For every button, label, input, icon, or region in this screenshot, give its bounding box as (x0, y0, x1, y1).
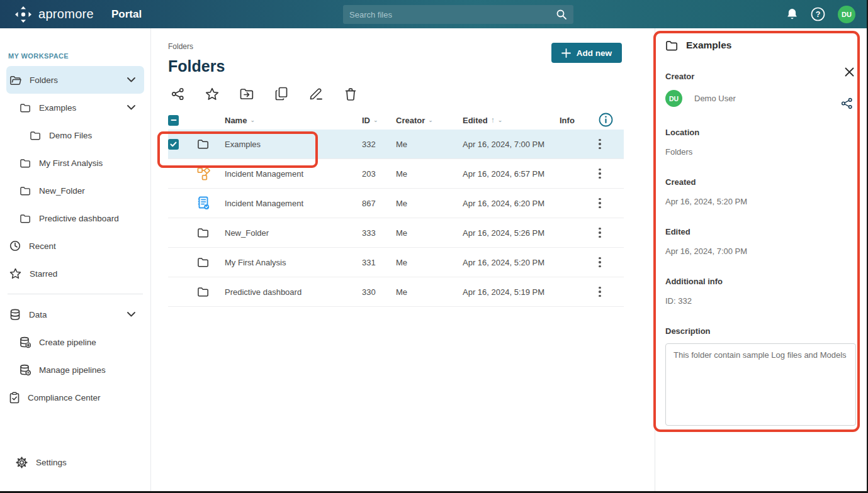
cell-name[interactable]: Examples (225, 140, 362, 149)
sort-chevron-icon: ⌄ (250, 117, 255, 123)
table-row-my-first-analysis[interactable]: My First Analysis 331 Me Apr 16, 2024, 5… (168, 248, 624, 277)
description-label: Description (665, 326, 857, 336)
edited-value: Apr 16, 2024, 7:00 PM (665, 246, 857, 256)
clipboard-check-icon (9, 392, 20, 404)
sidebar-item-new-folder[interactable]: New_Folder (6, 177, 144, 204)
sidebar-item-label: Folders (30, 75, 58, 85)
apromore-logo[interactable]: apromore (14, 5, 94, 24)
delete-button[interactable] (341, 84, 360, 103)
sidebar-item-manage-pipelines[interactable]: Manage pipelines (6, 356, 144, 384)
table-row-examples[interactable]: Examples 332 Me Apr 16, 2024, 7:00 PM (168, 130, 624, 159)
sidebar-item-demo-files[interactable]: Demo Files (6, 121, 144, 149)
sidebar-item-predictive-dashboard[interactable]: Predictive dashboard (6, 204, 144, 232)
table-row-predictive-dashboard[interactable]: Predictive dashboard 330 Me Apr 16, 2024… (168, 277, 624, 307)
row-menu-button[interactable] (592, 257, 607, 268)
search-icon[interactable] (556, 9, 567, 20)
chevron-down-icon[interactable] (127, 77, 135, 82)
column-header-edited[interactable]: Edited↑⌄ (463, 116, 560, 125)
cell-id: 331 (362, 258, 396, 267)
search-bar[interactable] (343, 5, 573, 24)
help-icon[interactable]: ? (811, 7, 825, 21)
sort-ascending-icon: ↑ (491, 116, 495, 125)
column-header-name[interactable]: Name⌄ (225, 116, 362, 125)
description-field[interactable]: This folder contain sample Log files and… (665, 343, 856, 426)
sidebar-item-settings[interactable]: Settings (13, 448, 138, 476)
close-panel-button[interactable] (845, 67, 854, 77)
cell-name[interactable]: My First Analysis (225, 258, 362, 267)
panel-header: Examples (665, 40, 857, 51)
sidebar-item-label: Manage pipelines (39, 365, 106, 375)
sidebar-item-label: Recent (29, 241, 56, 251)
sidebar-item-label: Create pipeline (39, 338, 96, 347)
sidebar-item-my-first-analysis[interactable]: My First Analysis (6, 149, 144, 177)
column-header-id[interactable]: ID⌄ (362, 116, 396, 125)
app-window: apromore Portal ? DU MY WORKSPACE (0, 0, 868, 493)
panel-title: Examples (686, 40, 731, 51)
copy-button[interactable] (272, 84, 291, 103)
folder-icon (20, 103, 31, 113)
row-menu-button[interactable] (592, 228, 607, 238)
sidebar-item-data[interactable]: Data (6, 301, 144, 328)
cell-name[interactable]: Incident Management (225, 199, 362, 208)
sidebar-divider (8, 294, 143, 294)
cell-creator: Me (396, 228, 463, 238)
cell-id: 203 (362, 169, 396, 179)
cell-name[interactable]: New_Folder (225, 228, 362, 238)
additional-info-label: Additional info (665, 277, 857, 286)
table-row-incident-management-log[interactable]: Incident Management 867 Me Apr 16, 2024,… (168, 189, 624, 218)
sort-chevron-icon: ⌄ (428, 117, 433, 123)
selection-toolbar (168, 84, 655, 103)
cell-creator: Me (396, 199, 463, 208)
search-input[interactable] (349, 10, 556, 19)
move-to-folder-button[interactable] (237, 84, 256, 103)
sidebar-item-create-pipeline[interactable]: Create pipeline (6, 328, 144, 356)
row-menu-button[interactable] (592, 198, 607, 209)
cell-creator: Me (396, 287, 463, 297)
row-menu-button[interactable] (592, 287, 607, 297)
cell-id: 333 (362, 228, 396, 238)
chevron-down-icon[interactable] (127, 312, 135, 317)
star-button[interactable] (203, 84, 222, 103)
cell-edited: Apr 16, 2024, 6:20 PM (463, 199, 560, 208)
cell-name[interactable]: Incident Management (225, 169, 362, 179)
user-avatar[interactable]: DU (838, 6, 855, 23)
files-table: Name⌄ ID⌄ Creator⌄ Edited↑⌄ Info (168, 111, 624, 307)
cell-id: 867 (362, 199, 396, 208)
row-menu-button[interactable] (592, 139, 607, 150)
table-row-new-folder[interactable]: New_Folder 333 Me Apr 16, 2024, 5:26 PM (168, 218, 624, 248)
topbar-actions: ? DU (786, 0, 855, 28)
copy-icon (275, 87, 288, 101)
sidebar-item-starred[interactable]: Starred (6, 260, 144, 287)
select-all-checkbox[interactable] (168, 115, 179, 126)
column-header-creator[interactable]: Creator⌄ (396, 116, 463, 125)
info-button[interactable] (599, 113, 613, 127)
database-icon (9, 309, 21, 321)
chevron-down-icon[interactable] (127, 105, 135, 110)
creator-avatar: DU (665, 90, 682, 107)
table-row-incident-management-model[interactable]: Incident Management 203 Me Apr 16, 2024,… (168, 159, 624, 189)
sidebar-item-compliance-center[interactable]: Compliance Center (6, 384, 144, 411)
svg-text:?: ? (816, 10, 821, 19)
add-new-button[interactable]: Add new (551, 43, 622, 63)
star-icon (205, 87, 219, 101)
share-button[interactable] (168, 84, 187, 103)
sidebar-item-folders[interactable]: Folders (6, 66, 144, 94)
cell-edited: Apr 16, 2024, 5:20 PM (463, 258, 560, 267)
sort-chevron-icon: ⌄ (498, 117, 503, 123)
panel-share-button[interactable] (841, 97, 853, 109)
edit-button[interactable] (307, 84, 325, 103)
top-bar: apromore Portal ? DU (0, 0, 867, 28)
row-checkbox-checked[interactable] (168, 139, 179, 150)
database-plus-icon (20, 336, 31, 348)
cell-name[interactable]: Predictive dashboard (225, 287, 362, 297)
sidebar-item-examples[interactable]: Examples (6, 94, 144, 121)
sidebar-item-label: New_Folder (39, 186, 85, 196)
sidebar-item-recent[interactable]: Recent (6, 232, 144, 260)
bell-icon[interactable] (786, 8, 798, 21)
sidebar-item-label: Starred (30, 269, 57, 279)
sidebar-item-label: Predictive dashboard (39, 214, 119, 223)
row-menu-button[interactable] (592, 169, 607, 179)
clock-icon (9, 240, 21, 252)
close-icon (845, 67, 854, 77)
creator-name: Demo User (694, 94, 736, 103)
